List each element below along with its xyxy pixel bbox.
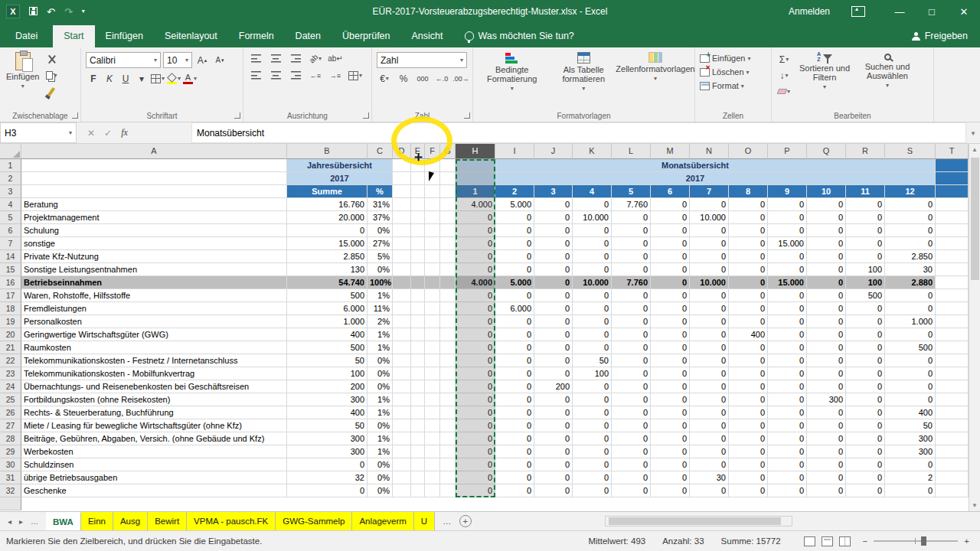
row-number[interactable]: 3 bbox=[0, 185, 21, 198]
cell[interactable]: 0 bbox=[885, 302, 936, 315]
cell[interactable] bbox=[393, 315, 411, 328]
align-top-button[interactable] bbox=[248, 52, 263, 65]
cell[interactable]: 0 bbox=[651, 224, 690, 237]
cell[interactable]: 0 bbox=[495, 445, 534, 458]
cell[interactable]: 0 bbox=[807, 445, 846, 458]
increase-indent-button[interactable]: →≡ bbox=[328, 69, 343, 82]
cell[interactable]: 0 bbox=[846, 406, 885, 419]
cell[interactable] bbox=[936, 445, 969, 458]
cell[interactable] bbox=[411, 263, 425, 276]
format-as-table-button[interactable]: Als Tabelle formatieren ▾ bbox=[548, 50, 620, 94]
cell[interactable]: 6.000 bbox=[495, 302, 534, 315]
cell[interactable] bbox=[411, 302, 425, 315]
cell[interactable]: 0 bbox=[456, 419, 495, 432]
cell[interactable]: 0 bbox=[807, 484, 846, 497]
row-number[interactable]: 32 bbox=[0, 484, 21, 497]
cell[interactable] bbox=[425, 367, 440, 380]
cell[interactable]: 100% bbox=[368, 276, 393, 289]
cell[interactable]: 0 bbox=[495, 458, 534, 471]
row-number[interactable]: 23 bbox=[0, 367, 21, 380]
scroll-down-icon[interactable]: ▼ bbox=[969, 500, 980, 511]
cell[interactable]: 0% bbox=[368, 484, 393, 497]
cell[interactable] bbox=[393, 406, 411, 419]
column-header-H[interactable]: H bbox=[456, 144, 495, 159]
cell[interactable]: 0 bbox=[534, 250, 573, 263]
cell[interactable]: 0 bbox=[768, 484, 807, 497]
cell[interactable] bbox=[440, 328, 456, 341]
cell[interactable]: 0% bbox=[368, 419, 393, 432]
cell[interactable]: 0 bbox=[495, 419, 534, 432]
cell[interactable]: 0 bbox=[690, 458, 729, 471]
cell[interactable]: 1% bbox=[368, 406, 393, 419]
vertical-scrollbar[interactable]: ▲ ▼ bbox=[969, 144, 980, 511]
cell[interactable] bbox=[936, 159, 969, 172]
cell[interactable]: sonstige bbox=[21, 237, 287, 250]
cell[interactable]: 0 bbox=[534, 289, 573, 302]
cell[interactable]: 0 bbox=[768, 328, 807, 341]
cell[interactable] bbox=[393, 211, 411, 224]
cell[interactable]: 0 bbox=[729, 224, 768, 237]
cell[interactable]: 0% bbox=[368, 380, 393, 393]
sheet-tab-bewirt[interactable]: Bewirt bbox=[148, 512, 187, 530]
cell[interactable]: 0 bbox=[573, 315, 612, 328]
cell[interactable]: 0 bbox=[612, 471, 651, 484]
cell[interactable]: 54.740 bbox=[287, 276, 368, 289]
decrease-font-button[interactable]: A▾ bbox=[212, 54, 227, 67]
cell[interactable]: 0 bbox=[456, 445, 495, 458]
cell[interactable] bbox=[393, 250, 411, 263]
row-number[interactable]: 6 bbox=[0, 224, 21, 237]
cell[interactable] bbox=[411, 445, 425, 458]
cell[interactable] bbox=[425, 432, 440, 445]
cell[interactable]: 0 bbox=[651, 367, 690, 380]
cell[interactable]: 500 bbox=[287, 289, 368, 302]
cell[interactable]: 500 bbox=[846, 289, 885, 302]
cell[interactable] bbox=[411, 250, 425, 263]
cell[interactable]: 0 bbox=[690, 393, 729, 406]
cell[interactable]: Werbekosten bbox=[21, 445, 287, 458]
cell[interactable]: 0 bbox=[534, 406, 573, 419]
column-header-O[interactable]: O bbox=[729, 144, 768, 159]
cell[interactable] bbox=[425, 224, 440, 237]
cell[interactable] bbox=[936, 484, 969, 497]
copy-button[interactable]: ▾ bbox=[44, 69, 59, 82]
cell[interactable]: 1% bbox=[368, 341, 393, 354]
cell[interactable]: 0 bbox=[729, 315, 768, 328]
cell[interactable]: 0 bbox=[573, 341, 612, 354]
month-header-cell[interactable]: 4 bbox=[573, 185, 612, 198]
cell[interactable]: 37% bbox=[368, 211, 393, 224]
cell[interactable] bbox=[411, 315, 425, 328]
cell[interactable]: 0 bbox=[534, 445, 573, 458]
cell[interactable]: 0 bbox=[885, 224, 936, 237]
cell[interactable] bbox=[440, 315, 456, 328]
cell[interactable]: 0 bbox=[573, 484, 612, 497]
month-header-cell[interactable]: 7 bbox=[690, 185, 729, 198]
column-header-R[interactable]: R bbox=[846, 144, 885, 159]
cell[interactable]: Fortbildungskosten (ohne Reisekosten) bbox=[21, 393, 287, 406]
cell[interactable]: 0 bbox=[456, 354, 495, 367]
cell[interactable]: 0 bbox=[612, 458, 651, 471]
cell[interactable] bbox=[440, 185, 456, 198]
cell[interactable]: 0 bbox=[807, 367, 846, 380]
cell[interactable] bbox=[936, 380, 969, 393]
cell[interactable]: 0 bbox=[885, 289, 936, 302]
cell[interactable]: 50 bbox=[287, 419, 368, 432]
paste-button[interactable]: Einfügen ▾ bbox=[3, 50, 42, 92]
column-header-C[interactable]: C bbox=[368, 144, 393, 159]
cell[interactable] bbox=[393, 237, 411, 250]
cell[interactable]: 0 bbox=[885, 484, 936, 497]
cell[interactable]: 31% bbox=[368, 198, 393, 211]
cell[interactable] bbox=[936, 315, 969, 328]
cell[interactable]: 300 bbox=[807, 393, 846, 406]
cell[interactable]: 0 bbox=[651, 341, 690, 354]
column-header-G[interactable]: G bbox=[440, 144, 456, 159]
cell[interactable] bbox=[393, 432, 411, 445]
cell[interactable]: 0 bbox=[495, 393, 534, 406]
cell[interactable]: 4.000 bbox=[456, 276, 495, 289]
cell[interactable]: 2017 bbox=[287, 172, 393, 185]
sheet-nav-left-icon[interactable]: ◂ bbox=[8, 517, 11, 526]
cell[interactable]: 0 bbox=[690, 250, 729, 263]
cell[interactable]: 0 bbox=[495, 224, 534, 237]
cell[interactable]: 0 bbox=[495, 471, 534, 484]
cell[interactable]: 0 bbox=[768, 367, 807, 380]
cell[interactable]: 27% bbox=[368, 237, 393, 250]
